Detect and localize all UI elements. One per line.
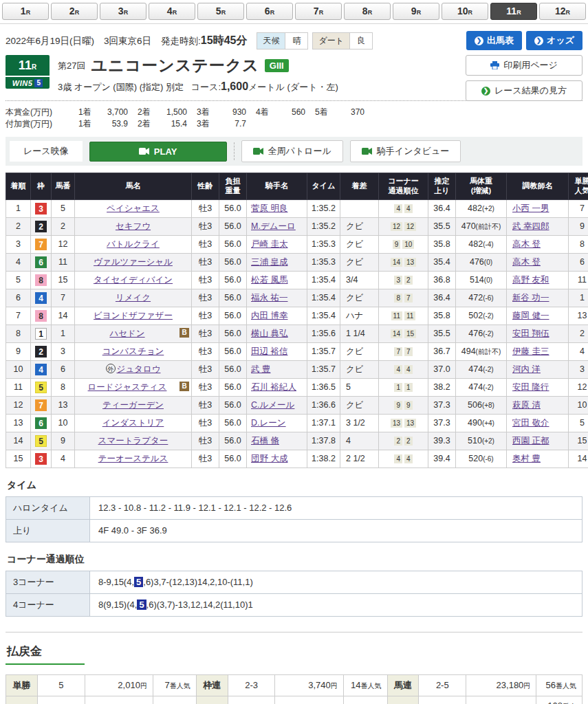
corner-position-number: 1 — [404, 383, 413, 392]
trainer-link[interactable]: 安田 翔伍 — [512, 329, 549, 338]
cell-horse-number: 6 — [52, 360, 75, 378]
jockey-link[interactable]: 田辺 裕信 — [251, 346, 287, 356]
horse-link[interactable]: コンバスチョン — [102, 346, 164, 356]
horse-link[interactable]: ヴァルツァーシャル — [94, 257, 173, 267]
jockey-link[interactable]: 福永 祐一 — [251, 293, 287, 302]
win5-logo: WIN55 — [6, 77, 50, 89]
jockey-link[interactable]: 三浦 皇成 — [251, 257, 287, 267]
odds-button[interactable]: ❯オッズ — [526, 31, 582, 50]
jockey-link[interactable]: 菅原 明良 — [251, 204, 287, 213]
body-weight-diff: (前計不) — [476, 223, 501, 230]
video-camera-icon — [253, 148, 263, 155]
trainer-link[interactable]: 武 幸四郎 — [512, 221, 549, 231]
horse-link[interactable]: テーオーステルス — [98, 454, 168, 463]
trainer-link[interactable]: 西園 正都 — [512, 436, 549, 446]
shutsuba-button[interactable]: ❯出馬表 — [466, 31, 522, 50]
cell-time: 1:38.2 — [307, 450, 340, 468]
jockey-link[interactable]: 石川 裕紀人 — [251, 382, 296, 392]
play-button[interactable]: PLAY — [89, 142, 227, 162]
trainer-link[interactable]: 河内 洋 — [512, 364, 541, 374]
table-row: 1534テーオーステルス牡356.0団野 大成1:38.22 1/24439.4… — [6, 450, 588, 468]
race-tab-1r[interactable]: 1R — [2, 3, 49, 20]
race-conditions: 3歳 オープン (国際) (指定) 別定 コース:1,600メートル (ダート・… — [58, 80, 338, 94]
race-tab-5r[interactable]: 5R — [197, 3, 244, 20]
race-tab-8r[interactable]: 8R — [344, 3, 391, 20]
payout-title: 払戻金 — [6, 644, 85, 665]
horse-link[interactable]: バトルクライ — [107, 239, 160, 249]
horse-link[interactable]: スマートラプター — [98, 436, 168, 446]
result-guide-button[interactable]: ❯レース結果の見方 — [466, 80, 582, 101]
prize-pair: 4着560 — [249, 107, 308, 118]
cell-finish-position: 8 — [6, 324, 31, 342]
corner-position-number: 2 — [404, 276, 413, 285]
prize-rank-label: 4着 — [249, 107, 272, 118]
frame-number-box: 2 — [35, 221, 47, 232]
cell-margin — [340, 199, 379, 217]
start-time-wrap: 発走時刻:15時45分 — [161, 34, 247, 48]
cell-finish-position: 6 — [6, 289, 31, 307]
trainer-link[interactable]: 宮田 敬介 — [512, 418, 549, 428]
horse-link[interactable]: タイセイディバイン — [94, 275, 173, 285]
race-tab-2r[interactable]: 2R — [51, 3, 98, 20]
jockey-link[interactable]: D.レーン — [251, 418, 286, 428]
trainer-link[interactable]: 伊藤 圭三 — [512, 346, 549, 356]
prize-rank-label: 3着 — [190, 107, 213, 118]
race-tab-7r[interactable]: 7R — [295, 3, 342, 20]
jockey-link[interactable]: 松若 風馬 — [251, 275, 287, 285]
trainer-link[interactable]: 安田 隆行 — [512, 382, 549, 392]
trainer-link[interactable]: 高木 登 — [512, 257, 541, 267]
jockey-link[interactable]: 戸崎 圭太 — [251, 239, 287, 249]
horse-link[interactable]: ジュタロウ — [117, 364, 161, 374]
race-tab-6r[interactable]: 6R — [246, 3, 293, 20]
horse-link[interactable]: ティーガーデン — [102, 400, 164, 410]
trainer-link[interactable]: 萩原 清 — [512, 400, 541, 410]
print-page-button[interactable]: 印刷用ページ — [466, 55, 582, 76]
horse-link[interactable]: インダストリア — [102, 418, 164, 428]
cell-corner-positions: 44 — [379, 360, 428, 378]
cell-trainer: 伊藤 圭三 — [507, 342, 569, 360]
cell-margin: ハナ — [340, 307, 379, 324]
cell-frame: 5 — [31, 432, 52, 450]
cell-horse-name: ロードジャスティスB — [75, 378, 192, 396]
jockey-link[interactable]: 横山 典弘 — [251, 329, 287, 338]
frame-number-box: 4 — [35, 364, 47, 375]
corner-position-number: 4 — [394, 365, 402, 374]
trainer-link[interactable]: 小西 一男 — [512, 204, 549, 213]
cell-body-weight: 476(0) — [456, 253, 507, 271]
race-tab-11r[interactable]: 11R — [490, 3, 537, 20]
horse-link[interactable]: ロードジャスティス — [88, 382, 167, 392]
race-tab-9r[interactable]: 9R — [393, 3, 439, 20]
track-condition-box: ダート良 — [312, 32, 373, 50]
jockey-link[interactable]: 内田 博幸 — [251, 311, 287, 320]
payout-row: 単勝52,010円7番人気枠連2-33,740円14番人気馬連2-523,180… — [6, 674, 582, 696]
horse-link[interactable]: ペイシャエス — [107, 204, 160, 213]
trainer-link[interactable]: 藤岡 健一 — [512, 311, 549, 320]
cell-body-weight: 502(-2) — [456, 307, 507, 324]
race-tab-12r[interactable]: 12R — [539, 3, 586, 20]
horse-link[interactable]: セキフウ — [116, 221, 151, 231]
jockey-link[interactable]: C.ルメール — [251, 400, 294, 410]
horse-link[interactable]: ビヨンドザファザー — [94, 311, 173, 320]
cell-carried-weight: 56.0 — [219, 217, 247, 235]
cell-horse-number: 10 — [52, 414, 75, 432]
horse-link[interactable]: リメイク — [116, 293, 151, 302]
payout-section: 払戻金 単勝52,010円7番人気枠連2-33,740円14番人気馬連2-523… — [6, 632, 582, 704]
trainer-link[interactable]: 奥村 豊 — [512, 454, 541, 463]
race-tab-10r[interactable]: 10R — [442, 3, 488, 20]
race-tab-3r[interactable]: 3R — [100, 3, 146, 20]
jockey-link[interactable]: 石橋 脩 — [251, 436, 279, 446]
race-tab-4r[interactable]: 4R — [149, 3, 195, 20]
cell-finish-position: 4 — [6, 253, 31, 271]
jockey-interview-button[interactable]: 騎手インタビュー — [350, 140, 461, 162]
trainer-link[interactable]: 新谷 功一 — [512, 293, 549, 302]
trainer-link[interactable]: 高野 友和 — [512, 275, 549, 285]
jockey-link[interactable]: 団野 大成 — [251, 454, 287, 463]
horse-link[interactable]: ハセドン — [109, 329, 144, 338]
jockey-link[interactable]: 武 豊 — [251, 364, 270, 374]
payout-type-label: 馬連 — [387, 674, 419, 696]
jockey-link[interactable]: M.デムーロ — [251, 221, 296, 231]
patrol-video-button[interactable]: 全周パトロール — [241, 140, 343, 162]
arrow-circle-icon: ❯ — [481, 87, 490, 96]
trainer-link[interactable]: 高木 登 — [512, 239, 541, 249]
cell-last3f: 36.4 — [428, 289, 456, 307]
